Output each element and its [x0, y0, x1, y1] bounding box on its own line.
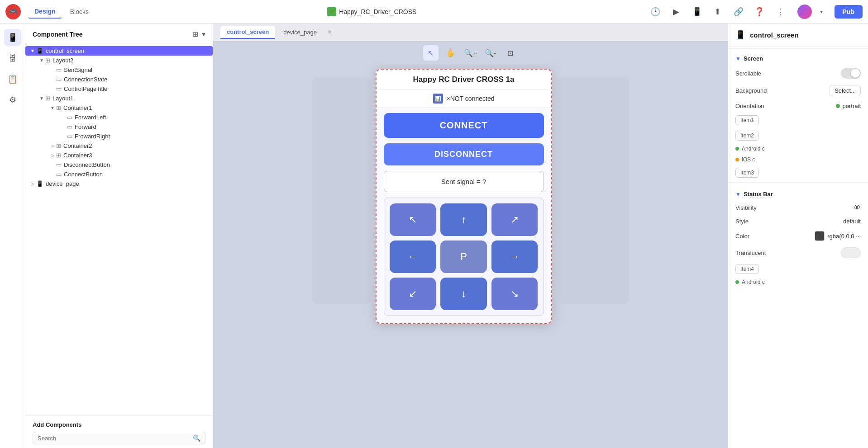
- more-icon[interactable]: ⋮: [774, 5, 787, 18]
- tree-icon-device-page: 📱: [36, 180, 43, 187]
- dpad-btn-upleft[interactable]: ↖: [390, 203, 436, 236]
- color-swatch[interactable]: [815, 231, 825, 241]
- background-row: Background Select...: [728, 82, 868, 99]
- tree-item-container1[interactable]: ▼ ⊞ Container1: [25, 103, 213, 113]
- tree-item-control-screen[interactable]: ▼ 📱 control_screen: [25, 46, 213, 56]
- translucent-row: Translucent: [728, 244, 868, 261]
- dpad-btn-down[interactable]: ↓: [440, 278, 487, 310]
- tree-item-frowardright[interactable]: ▷ ▭ FrowardRight: [25, 132, 213, 141]
- tree-item-forward[interactable]: ▷ ▭ Forward: [25, 122, 213, 132]
- history-icon[interactable]: 🕑: [649, 5, 662, 18]
- tree-item-container3[interactable]: ▷ ⊞ Container3: [25, 151, 213, 160]
- search-input[interactable]: [38, 435, 193, 442]
- tree-label-layout1: Layout1: [52, 95, 73, 102]
- style-label: Style: [735, 218, 749, 225]
- android-bottom-dot: [735, 280, 739, 284]
- publish-button[interactable]: Pub: [835, 5, 863, 19]
- tree-item-layout2[interactable]: ▼ ⊞ Layout2: [25, 56, 213, 65]
- tree-icon-screen: 📱: [36, 47, 43, 54]
- sidebar-doc-icon[interactable]: 📋: [4, 71, 21, 88]
- canvas-tab-device-page[interactable]: device_page: [277, 26, 323, 38]
- tree-item-controlpagetitle[interactable]: ▷ ▭ ControlPageTitle: [25, 84, 213, 94]
- dpad-btn-downright[interactable]: ↘: [491, 278, 538, 310]
- disconnect-button[interactable]: DISCONNECT: [384, 143, 544, 165]
- connect-button[interactable]: CONNECT: [384, 113, 544, 138]
- tree-arrow-control-screen: ▼: [29, 48, 36, 53]
- item4-box: Item4: [735, 264, 759, 274]
- item3-row: Item3: [728, 165, 868, 180]
- canvas-tab-add-button[interactable]: +: [325, 28, 335, 37]
- project-title: 🌿 Happy_RC_Driver_CROSS: [327, 7, 416, 16]
- tree-icon-container1: ⊞: [56, 104, 61, 111]
- tree-item-device-page[interactable]: ▷ 📱 device_page: [25, 179, 213, 189]
- component-tree-header: Component Tree ⊞ ▾: [25, 24, 213, 43]
- item3-box: Item3: [735, 168, 759, 178]
- canvas-toolbar: ↖ ✋ 🔍+ 🔍- ⊡: [213, 42, 728, 64]
- tree-item-sentsignal[interactable]: ▷ ▭ SentSignal: [25, 65, 213, 75]
- main-area: 📱 🗄 📋 ⚙ Component Tree ⊞ ▾ ▼ 📱 control_s…: [0, 24, 868, 448]
- status-bar-title: Status Bar: [744, 191, 773, 198]
- sidebar-phone-icon[interactable]: 📱: [4, 29, 21, 46]
- ios-dot: [735, 158, 739, 161]
- translucent-label: Translucent: [735, 250, 766, 256]
- phone-title: Happy RC Driver CROSS 1a: [377, 70, 551, 90]
- tree-item-container2[interactable]: ▷ ⊞ Container2: [25, 141, 213, 151]
- dpad-btn-up[interactable]: ↑: [440, 203, 487, 236]
- sidebar-settings-icon[interactable]: ⚙: [4, 91, 21, 108]
- tree-icon-forwardleft: ▭: [67, 114, 72, 121]
- hand-tool-button[interactable]: ✋: [443, 45, 458, 61]
- tree-item-layout1[interactable]: ▼ ⊞ Layout1: [25, 94, 213, 103]
- phone-preview-icon[interactable]: 📱: [691, 5, 703, 18]
- tree-label-forwardleft: ForwardLeft: [75, 114, 106, 121]
- color-label: Color: [735, 233, 749, 240]
- dpad-btn-upright[interactable]: ↗: [491, 203, 538, 236]
- tree-expand-icon[interactable]: ▾: [202, 30, 205, 38]
- dpad-btn-right[interactable]: →: [491, 241, 538, 273]
- tree-label-disconnectbutton: DisconnectButton: [64, 161, 110, 168]
- sidebar-db-icon[interactable]: 🗄: [4, 50, 21, 67]
- tab-blocks[interactable]: Blocks: [64, 5, 95, 19]
- background-select[interactable]: Select...: [830, 85, 861, 96]
- cursor-tool-button[interactable]: ↖: [423, 45, 439, 61]
- scrollable-toggle[interactable]: [841, 68, 861, 79]
- avatar-chevron[interactable]: ▾: [820, 9, 823, 15]
- canvas-tab-control-screen[interactable]: control_screen: [220, 26, 275, 39]
- visibility-eye-icon[interactable]: 👁: [854, 203, 861, 212]
- tree-label-container3: Container3: [63, 152, 92, 159]
- tab-design[interactable]: Design: [28, 5, 62, 19]
- preview-icon[interactable]: ▶: [670, 5, 682, 18]
- screen-section-arrow: ▼: [735, 56, 741, 62]
- tree-item-forwardleft[interactable]: ▷ ▭ ForwardLeft: [25, 113, 213, 122]
- help-icon[interactable]: ❓: [753, 5, 766, 18]
- screen-section-header: ▼ Screen: [728, 51, 868, 65]
- frame-button[interactable]: ⊡: [503, 45, 518, 61]
- tree-icon-forward: ▭: [67, 123, 72, 130]
- right-panel-title: control_screen: [750, 31, 799, 39]
- item1-row: Item1: [728, 113, 868, 128]
- zoom-in-button[interactable]: 🔍+: [463, 45, 478, 61]
- dpad-btn-downleft[interactable]: ↙: [390, 278, 436, 310]
- tree-label-connectionstate: ConnectionState: [64, 76, 107, 83]
- canvas-area: control_screen device_page + ↖ ✋ 🔍+ 🔍- ⊡…: [213, 24, 728, 448]
- translucent-toggle[interactable]: [841, 247, 861, 258]
- zoom-out-button[interactable]: 🔍-: [483, 45, 498, 61]
- color-row: Color rgba(0,0,0,···: [728, 228, 868, 244]
- tree-label-container2: Container2: [63, 142, 92, 149]
- canvas-tabs: control_screen device_page +: [213, 24, 728, 42]
- dpad-btn-center[interactable]: P: [440, 241, 487, 273]
- tree-item-connectbutton[interactable]: ▷ ▭ ConnectButton: [25, 170, 213, 179]
- tree-label-forward: Forward: [75, 123, 96, 130]
- dpad-btn-left[interactable]: ←: [390, 241, 436, 273]
- share-icon[interactable]: 🔗: [732, 5, 745, 18]
- tree-item-connectionstate[interactable]: ▷ ▭ ConnectionState: [25, 75, 213, 84]
- tree-item-disconnectbutton[interactable]: ▷ ▭ DisconnectButton: [25, 160, 213, 170]
- search-icon: 🔍: [193, 434, 200, 442]
- user-avatar[interactable]: [797, 5, 812, 19]
- tree-arrow-container3: ▷: [49, 153, 56, 158]
- tree-arrow-layout1: ▼: [38, 96, 45, 101]
- export-icon[interactable]: ⬆: [711, 5, 724, 18]
- add-component-icon[interactable]: ⊞: [192, 30, 198, 38]
- app-logo[interactable]: 🎮: [5, 4, 21, 19]
- tree-icon-controlpagetitle: ▭: [56, 85, 62, 92]
- search-box: 🔍: [33, 432, 205, 444]
